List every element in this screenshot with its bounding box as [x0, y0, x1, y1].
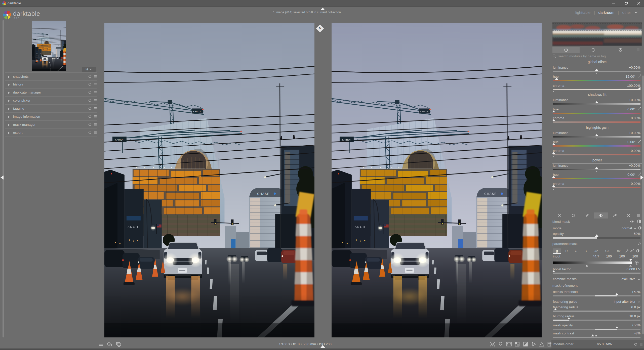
tab-all-modules[interactable]: [607, 47, 634, 53]
chevron-down-icon[interactable]: [637, 278, 640, 280]
tab-active-modules[interactable]: [552, 47, 580, 53]
reset-icon[interactable]: [637, 242, 641, 245]
tab-other[interactable]: other: [622, 10, 631, 15]
reset-icon[interactable]: [88, 75, 92, 78]
color-picker-icon[interactable]: [637, 140, 641, 144]
display-mask-icon[interactable]: [637, 219, 641, 224]
module-order-value[interactable]: v5.0 RAW: [597, 342, 612, 346]
presets-menu-icon[interactable]: [94, 75, 97, 78]
slider-track[interactable]: [553, 295, 640, 296]
softproof-icon[interactable]: [531, 341, 537, 347]
presets-menu-icon[interactable]: [94, 115, 97, 118]
tab-darkroom[interactable]: darkroom: [598, 10, 614, 15]
channel-tab-Cz[interactable]: Cz: [603, 249, 612, 253]
navigation-thumbnail[interactable]: [32, 21, 66, 71]
channel-tab-B[interactable]: B: [582, 249, 590, 253]
expander-triangle-icon[interactable]: [8, 76, 10, 78]
reset-icon[interactable]: [88, 107, 92, 110]
blend-menu-icon[interactable]: [635, 212, 642, 218]
slider-track[interactable]: [553, 103, 640, 105]
module-groups-menu[interactable]: [634, 47, 642, 53]
input-value-hz[interactable]: 100: [632, 254, 638, 258]
second-window-icon[interactable]: [115, 342, 121, 347]
input-value-g[interactable]: 44.7: [593, 254, 599, 258]
input-value-cz[interactable]: 100: [619, 254, 625, 258]
slider-track[interactable]: [553, 71, 640, 72]
snapshot-marker[interactable]: S: [316, 24, 324, 33]
sidebar-item-snapshots[interactable]: snapshots: [5, 72, 97, 81]
photo-snapshot-left[interactable]: [104, 23, 314, 337]
slider-track[interactable]: [553, 145, 640, 147]
sidebar-item-duplicate-manager[interactable]: duplicate manager: [5, 89, 97, 97]
slider-track[interactable]: [553, 121, 640, 123]
module-search[interactable]: search modules by name or tag: [552, 53, 642, 59]
top-panel-collapse-arrow[interactable]: [320, 8, 325, 10]
slider-track[interactable]: [553, 89, 640, 90]
channel-tab-hz[interactable]: hz: [614, 249, 623, 253]
module-order-bar[interactable]: module order v5.0 RAW: [551, 340, 644, 348]
presets-menu-icon[interactable]: [639, 343, 643, 346]
snapshot-compare-icon[interactable]: [107, 342, 113, 347]
zoom-level-dropdown[interactable]: fit: [82, 67, 96, 72]
combine-masks-value[interactable]: exclusive: [621, 277, 635, 281]
chevron-down-icon[interactable]: [633, 228, 636, 230]
slider-track[interactable]: [553, 320, 640, 321]
left-panel-collapse-arrow[interactable]: [1, 176, 4, 180]
reset-icon[interactable]: [88, 82, 92, 86]
slider-track[interactable]: [553, 154, 640, 155]
gamut-check-lightbulb-icon[interactable]: [498, 341, 504, 347]
expander-triangle-icon[interactable]: [8, 92, 10, 94]
expander-triangle-icon[interactable]: [8, 124, 10, 126]
slider-track[interactable]: [553, 187, 640, 188]
slider-track[interactable]: [553, 113, 640, 114]
iso12646-assessment-icon[interactable]: [490, 341, 496, 347]
slider-track[interactable]: [553, 273, 640, 274]
eye-icon[interactable]: [630, 220, 634, 223]
expander-triangle-icon[interactable]: [8, 100, 10, 102]
reset-icon[interactable]: [634, 342, 637, 346]
blend-mode-value[interactable]: normal: [622, 226, 632, 230]
reset-icon[interactable]: [88, 99, 92, 102]
slider-track[interactable]: [553, 329, 640, 330]
photo-current-right[interactable]: [332, 23, 542, 337]
slider-track[interactable]: [553, 178, 640, 179]
color-picker-area-icon[interactable]: [630, 249, 634, 253]
blend-order-invert-icon[interactable]: [638, 226, 642, 230]
slider-track[interactable]: [553, 136, 640, 138]
maximize-button[interactable]: [624, 1, 628, 6]
expander-triangle-icon[interactable]: [8, 83, 10, 86]
channel-tab-R[interactable]: R: [562, 249, 571, 253]
channel-tab-G[interactable]: G: [572, 249, 580, 253]
blend-uniform-icon[interactable]: [566, 212, 580, 218]
views-chevron-down-icon[interactable]: [634, 11, 638, 14]
blend-raster-mask-icon[interactable]: [622, 212, 635, 218]
input-value-jz[interactable]: 100: [606, 254, 612, 258]
presets-menu-icon[interactable]: [94, 99, 97, 102]
blend-drawn-mask-icon[interactable]: [580, 212, 594, 218]
sidebar-item-tagging[interactable]: tagging: [5, 105, 97, 113]
parametric-input-slider[interactable]: [553, 261, 632, 264]
right-scrollbar[interactable]: [642, 75, 644, 334]
slider-track[interactable]: [553, 80, 640, 81]
raw-overexposed-icon[interactable]: [514, 341, 520, 347]
invert-polarity-icon[interactable]: [636, 249, 640, 253]
presets-menu-icon[interactable]: [94, 107, 97, 110]
feathering-guide-value[interactable]: input after blur: [614, 300, 635, 303]
scopes-waveform-histogram[interactable]: [552, 22, 642, 46]
sidebar-item-export[interactable]: export: [5, 129, 97, 137]
sidebar-item-image-information[interactable]: image information: [5, 113, 97, 121]
window-titlebar[interactable]: darktable: [0, 0, 644, 7]
expander-triangle-icon[interactable]: [8, 116, 10, 118]
presets-menu-icon[interactable]: [94, 131, 97, 134]
reset-icon[interactable]: [88, 131, 92, 134]
blend-off-icon[interactable]: [552, 212, 566, 218]
color-picker-icon[interactable]: [637, 172, 641, 176]
reset-icon[interactable]: [88, 91, 92, 94]
reset-icon[interactable]: [88, 123, 92, 126]
sidebar-item-mask-manager[interactable]: mask manager: [5, 121, 97, 129]
chevron-down-icon[interactable]: [637, 301, 640, 303]
blend-drawn-parametric-icon[interactable]: [608, 212, 622, 218]
close-icon[interactable]: [636, 1, 641, 6]
tab-lighttable[interactable]: lighttable: [575, 10, 590, 15]
presets-menu-icon[interactable]: [94, 123, 97, 126]
